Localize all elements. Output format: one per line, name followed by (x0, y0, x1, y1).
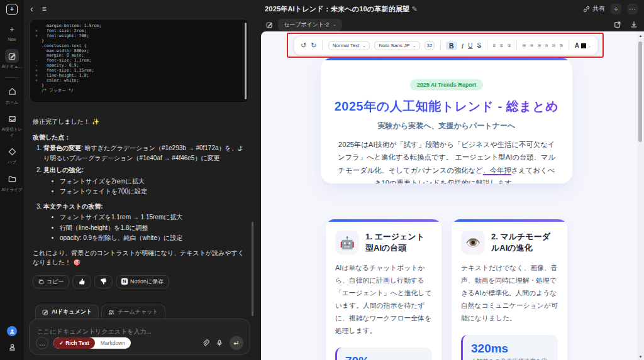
improvements-heading: 改善した点： (33, 133, 249, 143)
download-icon[interactable] (630, 21, 638, 28)
save-to-notion-button[interactable]: N Notionに保存 (116, 275, 169, 289)
document-subheading[interactable]: 実験から実装へ、支援からパートナーへ (321, 121, 572, 131)
microphone-icon[interactable] (216, 339, 223, 347)
stat-caption: 人間並みの音声応答速度を実現 (471, 357, 550, 360)
align-left-icon[interactable] (493, 42, 496, 49)
sidebar-item-hub[interactable]: ハブ (1, 145, 23, 165)
indent-icon[interactable] (545, 42, 548, 49)
send-button[interactable]: ↵ (230, 336, 243, 350)
markdown-toggle[interactable]: Markdown (95, 337, 131, 349)
folder-icon (5, 172, 19, 186)
menu-icon[interactable]: ≡ (42, 4, 47, 13)
document-hero-card: 2025 AI Trends Report 2025年の人工知能トレンド - 総… (321, 58, 572, 183)
list-item: フォントウェイトを700に設定 (60, 187, 249, 197)
more-options-button[interactable]: ⋯ (627, 4, 638, 14)
bold-button[interactable]: B (446, 41, 457, 50)
list-item: 背景色の変更: 暗すぎたグラデーション（#1e293b → #0f172a）を、… (43, 143, 249, 163)
app-logo-icon[interactable]: + (6, 4, 18, 15)
font-size-input[interactable]: 32 (425, 41, 434, 50)
sidebar-item-home[interactable]: ホーム (1, 85, 23, 105)
assistant-message: 修正完了しました！ ✨ 改善した点： 背景色の変更: 暗すぎたグラデーション（#… (33, 117, 249, 288)
chevron-down-icon: ⌄ (588, 43, 591, 48)
trend-cards-row: 🤖 1. エージェント型AIの台頭 AIは単なるチャットボットから、自律的に計画… (326, 219, 567, 360)
new-tab-button[interactable]: + (611, 4, 621, 14)
sidebar-item-new[interactable]: + New (1, 22, 23, 42)
align-right-icon[interactable] (508, 42, 511, 49)
bullet-list-icon[interactable] (530, 42, 533, 49)
document-heading[interactable]: 2025年の人工知能トレンド - 総まとめ (321, 98, 572, 115)
rich-text-toggle[interactable]: ✓ Rich Text (53, 337, 95, 349)
report-badge: 2025 AI Trends Report (410, 79, 484, 90)
scroll-down-icon[interactable]: ▼ (637, 355, 644, 359)
tab-team-chat[interactable]: チームチャット (101, 305, 165, 320)
document-intro[interactable]: 2025年はAI技術が「試す」段階から「ビジネスや生活に不可欠なインフラ」へと進… (337, 138, 556, 183)
italic-button[interactable]: I (462, 42, 464, 50)
hero-accent-bar (321, 58, 572, 60)
sidebar-item-ai-document[interactable]: AIドキュ… (1, 49, 23, 69)
sidebar-item-label: AIドライブ (1, 187, 23, 192)
document-canvas[interactable]: ↺ ↻ Normal Text ⌄ Noto Sans JP ⌄ 32 B I … (261, 31, 644, 360)
paragraph-style-select[interactable]: Normal Text ⌄ (328, 41, 370, 50)
stat-box: 320ms 人間並みの音声応答速度を実現 (461, 335, 558, 360)
trend-card-2[interactable]: 👁️ 2. マルチモーダルAIの進化 テキストだけでなく、画像、音声、動画を同時… (452, 219, 567, 360)
more-options-button[interactable]: … (36, 337, 48, 349)
sidebar-item-ai-drive[interactable]: AIドライブ (1, 172, 23, 192)
tab-ai-document[interactable]: AIドキュメント (35, 305, 99, 320)
scroll-up-icon[interactable]: ▲ (637, 31, 644, 38)
thumbs-down-icon: 👎 (100, 278, 107, 286)
list-item: 行間（line-height）を1.8に調整 (60, 223, 249, 233)
thumbs-up-button[interactable]: 👍 (72, 275, 91, 289)
target-emoji: 🎯 (73, 259, 80, 266)
check-icon: ✓ (59, 340, 64, 346)
inbox-icon (5, 112, 19, 126)
ordered-list-icon[interactable] (523, 42, 526, 49)
copy-icon (38, 279, 44, 285)
edit-pencil-icon[interactable]: ✎ (412, 5, 418, 13)
chat-scrollbar[interactable] (252, 222, 253, 316)
text-color-button[interactable]: A ⌄ (575, 42, 591, 49)
outdent-icon[interactable] (538, 42, 541, 49)
stat-value: 320ms (471, 342, 550, 356)
compose-icon (5, 49, 19, 63)
undo-icon[interactable]: ↺ (301, 41, 306, 50)
back-icon[interactable]: ‹ (30, 4, 33, 14)
document-scrollbar[interactable]: ▲ ▼ (637, 31, 644, 360)
clear-format-icon[interactable] (560, 42, 563, 49)
thumbs-down-button[interactable]: 👎 (94, 275, 113, 289)
document-request-input[interactable] (37, 328, 242, 335)
share-button[interactable]: 共有 (583, 4, 605, 13)
chat-panel: margin-bottom: 1.5rem; + font-size: 2rem… (24, 18, 258, 360)
color-swatch (581, 43, 586, 48)
formatting-toolbar: ↺ ↻ Normal Text ⌄ Noto Sans JP ⌄ 32 B I … (294, 36, 597, 55)
align-center-icon[interactable] (500, 42, 503, 49)
redo-icon[interactable]: ↻ (311, 41, 316, 50)
composer: … ✓ Rich Text Markdown ↵ (29, 319, 250, 355)
sidebar-item-ai-inbox[interactable]: AI受信トレイ (1, 112, 23, 138)
compose-icon[interactable] (266, 21, 273, 28)
chevron-down-icon: ⌄ (333, 22, 336, 27)
sidebar-item-label: AIドキュ… (1, 64, 23, 69)
savepoint-tab[interactable]: セーブポイント-2 ⌄ (278, 19, 342, 31)
stat-box: 70% Fortune 500企業での活用率 (335, 347, 432, 360)
sidebar-item-label: AI受信トレイ (1, 127, 23, 138)
robot-icon: 🤖 (335, 231, 359, 254)
trend-card-1[interactable]: 🤖 1. エージェント型AIの台頭 AIは単なるチャットボットから、自律的に計画… (326, 219, 441, 360)
improvements-list: 背景色の変更: 暗すぎたグラデーション（#1e293b → #0f172a）を、… (43, 143, 249, 243)
list-item: 見出しの強化: フォントサイズを2remに拡大 フォントウェイトを700に設定 (43, 165, 249, 197)
open-in-new-icon[interactable] (614, 21, 621, 28)
code-scrollbar[interactable] (245, 23, 247, 99)
sparkles-emoji: ✨ (92, 118, 99, 125)
scrollbar-thumb[interactable] (638, 41, 642, 142)
copy-button[interactable]: コピー (33, 275, 69, 289)
code-diff-block[interactable]: margin-bottom: 1.5rem; + font-size: 2rem… (30, 19, 249, 103)
user-avatar[interactable] (7, 326, 17, 336)
attachment-icon[interactable] (202, 339, 209, 347)
line-spacing-icon[interactable] (552, 42, 555, 49)
strikethrough-button[interactable]: S (477, 42, 481, 49)
font-family-select[interactable]: Noto Sans JP ⌄ (374, 41, 420, 50)
sidebar-item-label: ホーム (1, 100, 23, 105)
underline-button[interactable]: U (468, 42, 472, 49)
list-item: opacity: 0.9を削除し、純白（white）に設定 (60, 233, 249, 243)
eye-icon: 👁️ (461, 231, 485, 254)
account-icon[interactable] (8, 342, 16, 354)
